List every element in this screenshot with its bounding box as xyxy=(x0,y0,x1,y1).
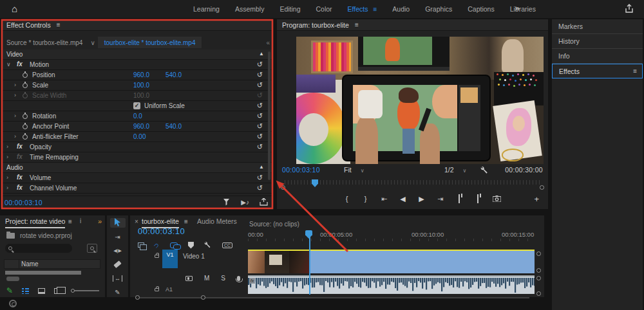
step-back-icon[interactable]: ◀ xyxy=(399,195,407,203)
v1-track-target[interactable]: V1 xyxy=(162,250,178,268)
playback-resolution-dropdown[interactable]: 1/2∨ xyxy=(444,166,466,174)
timeline-settings-wrench-icon[interactable] xyxy=(204,241,212,249)
audio-clip[interactable]: fx xyxy=(248,275,535,294)
workspace-tab-editing[interactable]: Editing xyxy=(279,5,300,13)
panel-menu-icon[interactable]: ≡ xyxy=(57,21,61,28)
track-resize-handle[interactable] xyxy=(536,251,541,256)
workspace-tab-audio[interactable]: Audio xyxy=(392,5,410,13)
audio-section-row[interactable]: Audio ▲ xyxy=(1,163,273,173)
reset-icon[interactable]: ↺ xyxy=(257,122,263,131)
stopwatch-icon[interactable] xyxy=(23,83,28,88)
close-icon[interactable]: × xyxy=(135,218,138,225)
program-timecode[interactable]: 00:00:03:10 xyxy=(282,166,320,174)
chevron-closed-icon[interactable]: › xyxy=(6,185,8,191)
list-view-icon[interactable] xyxy=(22,288,29,294)
info-tab-collapsed[interactable]: i xyxy=(80,217,81,224)
workspace-overflow-icon[interactable]: » xyxy=(515,4,520,13)
chevron-closed-icon[interactable]: › xyxy=(14,133,16,140)
voiceover-mic-icon[interactable] xyxy=(237,276,240,281)
track-lock-icon[interactable] xyxy=(155,255,159,258)
tab-overflow-icon[interactable]: « xyxy=(266,39,270,46)
timeline-ruler[interactable]: 00:00 00:00:05:00 00:00:10:00 00:00:15:0… xyxy=(248,230,536,241)
stopwatch-icon[interactable] xyxy=(23,73,28,78)
stopwatch-icon[interactable] xyxy=(23,134,28,140)
panel-menu-icon[interactable]: ≡ xyxy=(184,218,188,225)
selection-tool[interactable] xyxy=(110,218,126,228)
reset-icon[interactable]: ↺ xyxy=(257,184,263,192)
workspace-tab-captions[interactable]: Captions xyxy=(468,5,494,13)
timeline-horizontal-scrollbar[interactable] xyxy=(135,295,529,300)
scrub-start-handle[interactable] xyxy=(281,185,285,190)
reset-icon[interactable]: ↺ xyxy=(257,71,263,79)
go-to-in-icon[interactable]: ⇤ xyxy=(381,195,388,203)
project-panel-tab[interactable]: Project: rotate video xyxy=(5,217,65,228)
play-icon[interactable]: ▶ xyxy=(418,195,426,203)
nested-sequence-icon[interactable] xyxy=(138,242,144,248)
time-remapping-row[interactable]: › fx Time Remapping xyxy=(1,152,273,163)
track-resize-handle[interactable] xyxy=(536,268,541,273)
slip-tool[interactable]: ↔ xyxy=(110,274,126,284)
rotation-row[interactable]: › Rotation 0.0 ↺ xyxy=(1,111,273,122)
motion-effect-row[interactable]: ∨ fx Motion ↺ xyxy=(1,60,273,70)
panel-menu-icon[interactable]: ≡ xyxy=(68,218,72,225)
linked-selection-icon[interactable] xyxy=(170,242,178,248)
freeform-view-icon[interactable] xyxy=(54,288,62,294)
tab-sequence-clip[interactable]: tourbox-elite * tourbox-elite.mp4 xyxy=(98,37,202,48)
mark-in-icon[interactable]: { xyxy=(343,195,351,203)
audio-meters-tab[interactable]: Audio Meters xyxy=(197,217,237,225)
scale-value[interactable]: 100.0 xyxy=(133,82,149,89)
home-icon[interactable]: ⌂ xyxy=(12,3,17,14)
timeline-playhead-line[interactable] xyxy=(309,230,310,295)
scrollbar-handle[interactable] xyxy=(201,295,205,300)
reset-icon[interactable]: ↺ xyxy=(257,143,263,151)
scale-row[interactable]: › Scale 100.0 ↺ xyxy=(1,80,273,91)
checkbox-checked-icon[interactable]: ✓ xyxy=(133,102,140,109)
video1-track-label[interactable]: Video 1 xyxy=(183,253,205,260)
scrub-end-handle[interactable] xyxy=(540,185,544,190)
position-x-value[interactable]: 960.0 xyxy=(133,71,149,78)
track-resize-handle[interactable] xyxy=(536,276,541,280)
chevron-closed-icon[interactable]: › xyxy=(6,174,8,181)
chevron-open-icon[interactable]: ∨ xyxy=(6,61,11,68)
track-meter-icon[interactable] xyxy=(185,276,193,281)
timeline-timecode[interactable]: 00:00:03:10 xyxy=(138,226,185,236)
opacity-row[interactable]: › fx Opacity ↺ xyxy=(1,142,273,152)
collapse-up-icon[interactable]: ▲ xyxy=(259,51,264,57)
a1-track-label[interactable]: A1 xyxy=(166,286,173,293)
track-select-forward-tool[interactable]: ⇥ xyxy=(110,232,126,242)
name-column-header[interactable]: Name xyxy=(21,260,39,268)
reset-icon[interactable]: ↺ xyxy=(257,81,263,89)
chevron-closed-icon[interactable]: › xyxy=(14,113,16,119)
workspace-tab-effects[interactable]: Effects xyxy=(348,5,368,13)
collapse-up-icon[interactable]: ▲ xyxy=(259,164,264,170)
chevron-closed-icon[interactable]: › xyxy=(6,154,8,160)
solo-button[interactable]: S xyxy=(221,275,225,282)
panel-tab-markers[interactable]: Markers xyxy=(552,19,643,34)
volume-row[interactable]: › fx Volume ↺ xyxy=(1,173,273,183)
chevron-closed-icon[interactable]: › xyxy=(14,82,16,88)
program-scrubber[interactable] xyxy=(281,179,544,188)
panel-tab-effects[interactable]: Effects ≡ xyxy=(552,64,643,78)
stopwatch-icon[interactable] xyxy=(23,114,28,119)
panel-tab-history[interactable]: History xyxy=(552,34,643,49)
go-to-out-icon[interactable]: ⇥ xyxy=(437,195,444,203)
scrollbar-handle[interactable] xyxy=(135,295,140,300)
export-icon[interactable] xyxy=(260,198,268,206)
workspace-tab-color[interactable]: Color xyxy=(316,5,332,13)
button-editor-plus-icon[interactable]: + xyxy=(534,194,539,204)
tab-overflow-icon[interactable]: » xyxy=(98,217,102,225)
project-search-input[interactable] xyxy=(5,244,72,253)
chevron-closed-icon[interactable]: › xyxy=(6,143,8,150)
workspace-tab-learning[interactable]: Learning xyxy=(193,5,220,13)
anti-flicker-row[interactable]: › Anti-flicker Filter 0.00 ↺ xyxy=(1,132,273,142)
project-breadcrumb[interactable]: rotate video.prproj xyxy=(6,232,72,239)
reset-icon[interactable]: ↺ xyxy=(257,102,263,110)
panel-tab-info[interactable]: Info xyxy=(552,49,643,64)
column-divider[interactable] xyxy=(19,260,19,268)
position-y-value[interactable]: 540.0 xyxy=(166,71,182,78)
track-resize-handle[interactable] xyxy=(536,291,541,296)
rotation-value[interactable]: 0.0 xyxy=(133,113,142,120)
lift-icon[interactable] xyxy=(455,195,463,203)
zoom-level-dropdown[interactable]: Fit∨ xyxy=(344,166,365,174)
workspace-tab-assembly[interactable]: Assembly xyxy=(235,5,265,13)
